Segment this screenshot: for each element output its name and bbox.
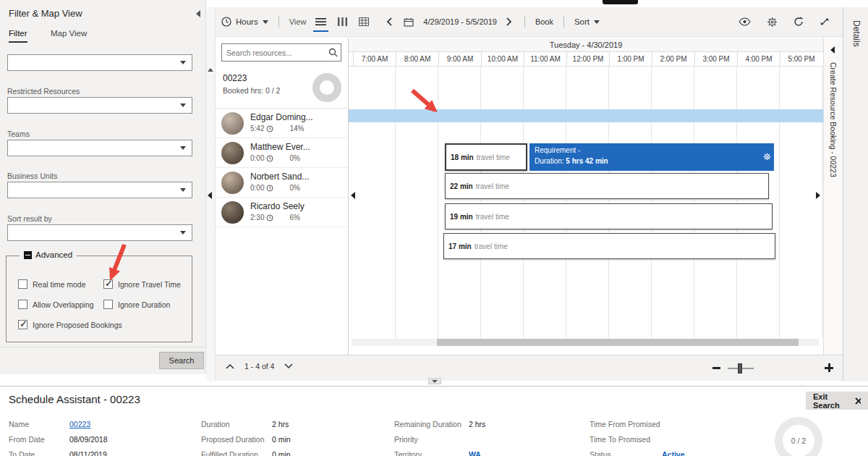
availability-bar[interactable] xyxy=(349,109,823,122)
search-icon[interactable] xyxy=(328,48,342,57)
tab-map-view[interactable]: Map View xyxy=(51,29,87,41)
next-period-button[interactable] xyxy=(504,14,514,29)
refresh-button[interactable] xyxy=(793,17,804,27)
checkbox-icon[interactable] xyxy=(18,300,27,309)
field-label: Proposed Duration xyxy=(201,435,272,444)
checkbox-ignore-travel-time[interactable]: Ignore Travel Time xyxy=(103,279,181,289)
clock-icon xyxy=(266,185,273,192)
sort-result-by-label: Sort result by xyxy=(7,214,52,223)
advanced-legend[interactable]: Advanced xyxy=(20,250,77,259)
scroll-left-icon[interactable] xyxy=(351,192,355,199)
horizontal-scrollbar[interactable] xyxy=(352,339,819,346)
filter-map-panel: Filter & Map View Filter Map View Restri… xyxy=(0,0,206,374)
travel-time-block-19[interactable]: 19 min travel time xyxy=(445,203,773,229)
fullscreen-button[interactable] xyxy=(820,17,830,27)
checkbox-icon[interactable] xyxy=(103,279,113,289)
scroll-up-icon[interactable] xyxy=(208,68,213,72)
zoom-in-button[interactable] xyxy=(825,363,833,372)
field-row: Remaining Duration 2 hrs xyxy=(394,416,485,431)
zoom-slider-thumb[interactable] xyxy=(738,363,742,373)
gear-icon[interactable] xyxy=(763,153,771,161)
zoom-out-button[interactable] xyxy=(712,367,720,369)
sort-result-by-dropdown[interactable] xyxy=(7,224,192,241)
checkbox-ignore-proposed-bookings[interactable]: Ignore Proposed Bookings xyxy=(18,320,122,329)
settings-button[interactable] xyxy=(767,17,778,28)
view-grid-button[interactable] xyxy=(357,14,371,29)
chevron-left-icon xyxy=(386,17,392,26)
expand-icon xyxy=(820,17,830,27)
resource-row-norbert[interactable]: Norbert Sand... 0:00 0% xyxy=(216,168,348,198)
clock-icon xyxy=(221,17,231,27)
panel-collapse-icon[interactable] xyxy=(196,10,200,17)
scrollbar-thumb[interactable] xyxy=(437,339,799,346)
view-columns-button[interactable] xyxy=(336,14,349,29)
separator xyxy=(563,16,564,28)
separator xyxy=(278,16,279,28)
field-value: 08/09/2018 xyxy=(69,435,108,444)
field-label: Remaining Duration xyxy=(394,420,469,428)
resource-row-ricardo[interactable]: Ricardo Seely 2:30 6% xyxy=(216,198,348,227)
book-button[interactable]: Book xyxy=(535,17,553,26)
create-resource-booking-tab[interactable]: Create Resource Booking - 00223 xyxy=(823,38,843,355)
search-button[interactable]: Search xyxy=(159,352,204,369)
details-tab[interactable]: Details xyxy=(843,7,868,381)
filter-panel-scrollbar[interactable] xyxy=(206,7,216,381)
field-value: 0 min xyxy=(272,435,291,444)
checkbox-icon[interactable] xyxy=(103,300,113,309)
calendar-picker-button[interactable] xyxy=(401,14,416,30)
field-value-link[interactable]: Active xyxy=(662,450,685,456)
details-label: Details xyxy=(851,20,861,47)
requirement-booking-block[interactable]: Requirement - Duration: 5 hrs 42 min xyxy=(529,143,774,171)
time-cell: 5:00 PM xyxy=(780,52,822,66)
grid-body[interactable]: 18 min travel time Requirement - Duratio… xyxy=(349,67,823,339)
checkbox-icon[interactable] xyxy=(18,320,27,329)
previous-period-button[interactable] xyxy=(384,14,394,29)
field-value-link[interactable]: WA xyxy=(469,450,481,456)
filter-dropdown-1[interactable] xyxy=(7,54,192,71)
exit-search-label: Exit Search xyxy=(813,392,849,410)
time-cell: 10:00 AM xyxy=(481,52,524,66)
field-row: Time From Promised xyxy=(590,416,685,431)
checkbox-real-time-mode[interactable]: Real time mode xyxy=(18,279,86,289)
resource-row-matthew[interactable]: Matthew Ever... 0:00 0% xyxy=(216,138,348,168)
tab-filter[interactable]: Filter xyxy=(9,29,27,43)
checkbox-icon[interactable] xyxy=(18,279,27,289)
visibility-button[interactable] xyxy=(739,17,751,26)
field-label: To Date xyxy=(9,450,69,456)
sort-button[interactable]: Sort xyxy=(574,17,600,26)
resource-stats: 2:30 6% xyxy=(250,214,300,221)
business-units-dropdown[interactable] xyxy=(7,182,192,198)
filter-panel-title: Filter & Map View xyxy=(9,8,82,19)
checkbox-allow-overlapping[interactable]: Allow Overlapping xyxy=(18,300,94,309)
advanced-title: Advanced xyxy=(35,250,72,259)
view-list-button[interactable] xyxy=(313,14,328,29)
collapse-left-icon[interactable] xyxy=(830,46,835,54)
page-down-button[interactable] xyxy=(284,363,293,369)
page-up-button[interactable] xyxy=(226,363,234,369)
field-row: Priority xyxy=(394,431,485,447)
hours-mode-button[interactable]: Hours xyxy=(221,17,268,27)
travel-time-block-22[interactable]: 22 min travel time xyxy=(445,173,769,199)
field-row: Status Active xyxy=(590,447,685,456)
create-booking-label: Create Resource Booking - 00223 xyxy=(829,62,838,177)
field-value-link[interactable]: 00223 xyxy=(69,420,90,428)
field-row: To Date 08/11/2019 xyxy=(9,447,108,456)
collapse-left-icon[interactable] xyxy=(208,192,212,199)
panel-title: Schedule Assistant - 00223 xyxy=(9,393,140,405)
zoom-slider[interactable] xyxy=(728,368,754,369)
restricted-resources-dropdown[interactable] xyxy=(7,97,192,114)
resource-row-edgar[interactable]: Edgar Doming... 5:42 14% xyxy=(216,109,348,138)
travel-time-block-17[interactable]: 17 min travel time xyxy=(443,233,775,259)
avatar xyxy=(221,112,244,135)
requirement-group-row[interactable]: 00223 Booked hrs: 0 / 2 xyxy=(216,67,348,109)
scroll-right-icon[interactable] xyxy=(816,192,820,199)
field-value: 2 hrs xyxy=(272,420,289,428)
checkbox-ignore-duration[interactable]: Ignore Duration xyxy=(103,300,170,309)
resource-search-box[interactable] xyxy=(221,43,341,62)
travel-time-block-18[interactable]: 18 min travel time xyxy=(445,143,527,171)
teams-dropdown[interactable] xyxy=(7,140,192,156)
exit-search-button[interactable]: Exit Search xyxy=(806,392,868,410)
bottom-panel-expand-handle[interactable] xyxy=(428,378,441,384)
search-input[interactable] xyxy=(222,48,328,57)
chevron-down-icon xyxy=(180,231,186,235)
